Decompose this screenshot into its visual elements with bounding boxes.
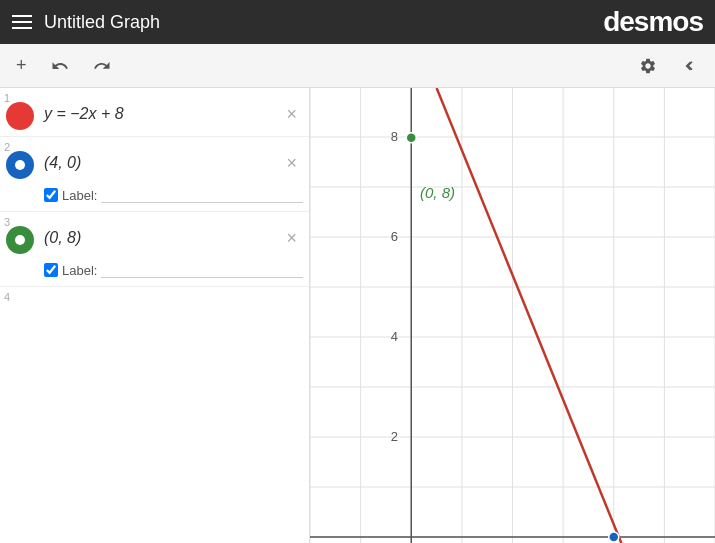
label-row-2: Label: (0, 185, 309, 211)
expr-number-2: 2 (4, 141, 10, 153)
svg-text:8: 8 (391, 129, 398, 144)
redo-button[interactable] (85, 53, 119, 79)
svg-text:6: 6 (391, 229, 398, 244)
header-left: Untitled Graph (12, 12, 160, 33)
expr-number-4: 4 (4, 291, 10, 303)
svg-text:2: 2 (391, 429, 398, 444)
undo-button[interactable] (43, 53, 77, 79)
expr-row-3: (0, 8) × (0, 212, 309, 260)
svg-text:(0, 8): (0, 8) (420, 184, 455, 201)
graph-area[interactable]: -2 0 2 4 6 2 4 6 8 (310, 88, 715, 543)
expression-item-1: 1 y = −2x + 8 × (0, 88, 309, 137)
expr-formula-2[interactable]: (4, 0) (44, 154, 280, 172)
expression-item-4: 4 (0, 287, 309, 543)
hamburger-menu[interactable] (12, 15, 32, 29)
graph-title[interactable]: Untitled Graph (44, 12, 160, 33)
expr-formula-1[interactable]: y = −2x + 8 (44, 105, 280, 123)
expr-icon-1 (6, 102, 34, 130)
collapse-button[interactable] (673, 53, 707, 79)
svg-point-1 (15, 235, 25, 245)
label-row-3: Label: (0, 260, 309, 286)
expression-item-2: 2 (4, 0) × Label: (0, 137, 309, 212)
settings-button[interactable] (631, 53, 665, 79)
label-checkbox-3[interactable] (44, 263, 58, 277)
desmos-logo: desmos (603, 6, 703, 38)
label-input-3[interactable] (101, 262, 303, 278)
expr-close-2[interactable]: × (280, 152, 303, 174)
label-text-2: Label: (62, 188, 97, 203)
svg-point-35 (609, 532, 619, 542)
add-expression-button[interactable]: + (8, 51, 35, 80)
expr-icon-2 (6, 151, 34, 179)
sidebar: 1 y = −2x + 8 × 2 (4, 0) × Label: (0, 88, 310, 543)
expr-number-3: 3 (4, 216, 10, 228)
expr-row-2: (4, 0) × (0, 137, 309, 185)
svg-text:4: 4 (391, 329, 398, 344)
expr-close-3[interactable]: × (280, 227, 303, 249)
main-layout: 1 y = −2x + 8 × 2 (4, 0) × Label: (0, 88, 715, 543)
expr-close-1[interactable]: × (280, 103, 303, 125)
label-input-2[interactable] (101, 187, 303, 203)
toolbar: + (0, 44, 715, 88)
app-header: Untitled Graph desmos (0, 0, 715, 44)
expr-formula-3[interactable]: (0, 8) (44, 229, 280, 247)
expr-icon-3 (6, 226, 34, 254)
svg-point-34 (406, 133, 416, 143)
expression-item-3: 3 (0, 8) × Label: (0, 212, 309, 287)
svg-point-0 (15, 160, 25, 170)
expr-row-1: y = −2x + 8 × (0, 88, 309, 136)
expr-number-1: 1 (4, 92, 10, 104)
label-text-3: Label: (62, 263, 97, 278)
label-checkbox-2[interactable] (44, 188, 58, 202)
graph-svg: -2 0 2 4 6 2 4 6 8 (310, 88, 715, 543)
